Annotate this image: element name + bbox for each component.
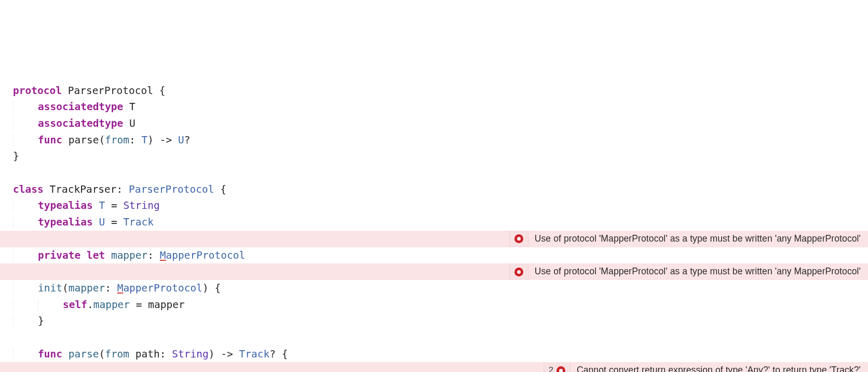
- code-editor[interactable]: protocol ParserProtocol { associatedtype…: [0, 66, 868, 372]
- code-line[interactable]: [0, 247, 868, 264]
- code-line-error[interactable]: private let mapper: MapperProtocol Use o…: [0, 231, 868, 247]
- code-line[interactable]: [0, 148, 868, 165]
- error-overlay[interactable]: Use of protocol 'MapperProtocol' as a ty…: [509, 231, 868, 247]
- error-message[interactable]: Use of protocol 'MapperProtocol' as a ty…: [528, 263, 868, 280]
- code-line[interactable]: }: [0, 297, 868, 313]
- code-line-error[interactable]: init(mapper: MapperProtocol) { Use of pr…: [0, 263, 868, 280]
- error-icon: [557, 366, 565, 372]
- error-message[interactable]: Cannot convert return expression of type…: [570, 362, 868, 372]
- code-line-error[interactable]: return mapper.map(item: data) 2 Cannot c…: [0, 362, 868, 372]
- error-count: 2: [549, 362, 553, 372]
- code-line[interactable]: typealias U = Track: [0, 197, 868, 214]
- code-line[interactable]: }: [0, 132, 868, 149]
- code-line[interactable]: guard let data = try? Data(contentsOf: U…: [0, 346, 868, 363]
- error-overlay[interactable]: Use of protocol 'MapperProtocol' as a ty…: [509, 263, 868, 280]
- code-line[interactable]: [0, 214, 868, 231]
- error-icon: [514, 268, 523, 276]
- code-line[interactable]: [0, 313, 868, 329]
- code-line[interactable]: func parse(from path: String) -> Track? …: [0, 329, 868, 346]
- error-icon: [514, 234, 523, 243]
- code-line[interactable]: typealias T = String: [0, 181, 868, 198]
- error-badge[interactable]: [509, 231, 528, 247]
- error-badge[interactable]: 2: [544, 362, 570, 372]
- error-message[interactable]: Use of protocol 'MapperProtocol' as a ty…: [528, 231, 868, 247]
- code-line[interactable]: associatedtype U: [0, 99, 868, 115]
- code-line[interactable]: self.mapper = mapper: [0, 280, 868, 297]
- code-line[interactable]: class TrackParser: ParserProtocol {: [0, 165, 868, 181]
- code-line[interactable]: protocol ParserProtocol {: [0, 66, 868, 83]
- code-line[interactable]: associatedtype T: [0, 83, 868, 99]
- error-badge[interactable]: [509, 263, 528, 280]
- code-line[interactable]: func parse(from: T) -> U?: [0, 115, 868, 132]
- error-overlay[interactable]: 2 Cannot convert return expression of ty…: [544, 362, 869, 372]
